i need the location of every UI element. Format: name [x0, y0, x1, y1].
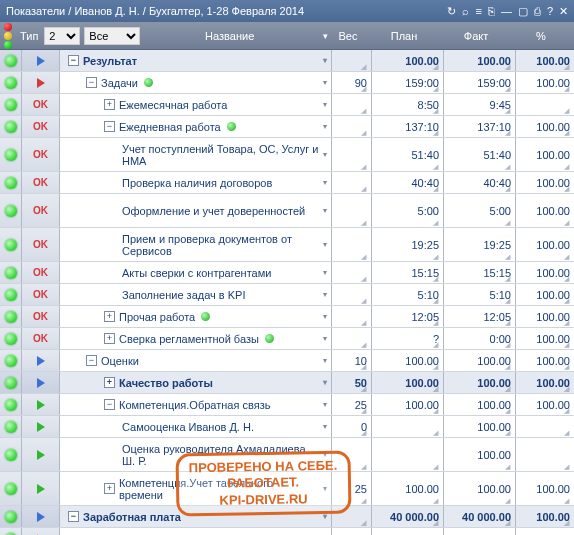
expand-icon[interactable]: + [104, 311, 115, 322]
task-indicator-icon [265, 334, 274, 343]
row-menu-caret-icon[interactable]: ▾ [319, 56, 327, 65]
export-icon[interactable]: ⎘ [488, 5, 495, 18]
table-row[interactable]: OKОформление и учет доверенностей▾◢5:00◢… [0, 194, 574, 228]
status-dot [5, 289, 17, 301]
table-row[interactable]: +Качество работы▾50◢100.00◢100.00◢100.00… [0, 372, 574, 394]
expand-icon[interactable]: + [104, 99, 115, 110]
row-menu-caret-icon[interactable]: ▾ [319, 150, 327, 159]
fact-header[interactable]: Факт [440, 30, 512, 42]
status-dot [5, 399, 17, 411]
ok-badge: OK [33, 267, 48, 278]
row-menu-caret-icon[interactable]: ▾ [319, 400, 327, 409]
fact-value: 5:00 [490, 205, 511, 217]
row-name: Ежедневная работа [119, 121, 221, 133]
fact-value: 51:40 [483, 149, 511, 161]
light-red [4, 23, 12, 31]
ok-badge: OK [33, 177, 48, 188]
table-row[interactable]: OKЗаполнение задач в KPI▾◢5:10◢5:10◢100.… [0, 284, 574, 306]
pct-header[interactable]: % [512, 30, 570, 42]
status-dot [5, 511, 17, 523]
table-row[interactable]: OK+Прочая работа▾◢12:05◢12:05◢100.00◢ [0, 306, 574, 328]
row-menu-caret-icon[interactable]: ▾ [319, 122, 327, 131]
expand-icon[interactable]: + [104, 333, 115, 344]
table-row[interactable]: OKПроверка наличия договоров▾◢40:40◢40:4… [0, 172, 574, 194]
row-menu-caret-icon[interactable]: ▾ [319, 100, 327, 109]
minimize-icon[interactable]: — [501, 5, 512, 18]
maximize-icon[interactable]: ▢ [518, 5, 528, 18]
status-dot [5, 77, 17, 89]
plan-value: 5:00 [418, 205, 439, 217]
collapse-icon[interactable]: − [104, 121, 115, 132]
toolbar: Тип 2 Все Название ▾ Вес План Факт % [0, 22, 574, 50]
row-menu-caret-icon[interactable]: ▾ [319, 206, 327, 215]
row-name: Оформление и учет доверенностей [122, 205, 305, 217]
row-menu-caret-icon[interactable]: ▾ [319, 78, 327, 87]
table-row[interactable]: −Задачи▾90◢159:00◢159:00◢100.00◢ [0, 72, 574, 94]
table-row[interactable]: −Оценки▾10◢100.00◢100.00◢100.00◢ [0, 350, 574, 372]
row-menu-caret-icon[interactable]: ▾ [319, 378, 327, 387]
table-row[interactable]: OK+Ежемесячная работа▾◢8:50◢9:45◢◢ [0, 94, 574, 116]
expand-icon[interactable]: + [104, 483, 115, 494]
row-menu-caret-icon[interactable]: ▾ [319, 240, 327, 249]
collapse-icon[interactable]: − [68, 55, 79, 66]
table-row[interactable]: −Результат▾◢100.00◢100.00◢100.00◢ [0, 50, 574, 72]
search-icon[interactable]: ⌕ [462, 5, 469, 18]
row-name: Оценка руководителя Ахмадалиева Ш. Р. [122, 443, 319, 467]
row-menu-caret-icon[interactable]: ▾ [319, 312, 327, 321]
collapse-icon[interactable]: − [86, 77, 97, 88]
pct-value: 100.00 [536, 149, 570, 161]
expand-icon[interactable]: + [104, 377, 115, 388]
row-menu-caret-icon[interactable]: ▾ [319, 178, 327, 187]
filter-select[interactable]: Все [84, 27, 140, 45]
type-label: Тип [20, 30, 38, 42]
status-dot [5, 205, 17, 217]
ves-header[interactable]: Вес [328, 30, 368, 42]
list-icon[interactable]: ≡ [475, 5, 481, 18]
table-row[interactable]: OKУчет поступлений Товара, ОС, Услуг и Н… [0, 138, 574, 172]
row-name: Акты сверки с контрагентами [122, 267, 271, 279]
row-name: Результат [83, 55, 137, 67]
row-menu-caret-icon[interactable]: ▾ [319, 484, 327, 493]
plan-header[interactable]: План [368, 30, 440, 42]
window-titlebar: Показатели / Иванов Д. Н. / Бухгалтер, 1… [0, 0, 574, 22]
row-name: Сверка регламентной базы [119, 333, 259, 345]
table-row[interactable]: OK+Сверка регламентной базы▾◢?◢0:00◢100.… [0, 328, 574, 350]
pct-value: 100.00 [536, 205, 570, 217]
table-row[interactable]: OKПрием и проверка документов от Сервисо… [0, 228, 574, 262]
help-icon[interactable]: ? [547, 5, 553, 18]
row-menu-caret-icon[interactable]: ▾ [319, 450, 327, 459]
print-icon[interactable]: ⎙ [534, 5, 541, 18]
plan-value: 40 000.00 [390, 511, 439, 523]
ok-badge: OK [33, 99, 48, 110]
row-name: Учет поступлений Товара, ОС, Услуг и НМА [122, 143, 319, 167]
table-row[interactable]: −Заработная плата▾◢40 000.00◢40 000.00◢1… [0, 506, 574, 528]
type-triangle-icon [37, 484, 45, 494]
row-menu-caret-icon[interactable]: ▾ [319, 356, 327, 365]
row-menu-caret-icon[interactable]: ▾ [319, 268, 327, 277]
table-row[interactable]: +Компетенция.Учет табельного времени▾25◢… [0, 472, 574, 506]
table-row[interactable]: −Компетенция.Обратная связь▾25◢100.00◢10… [0, 394, 574, 416]
collapse-icon[interactable]: − [86, 355, 97, 366]
close-icon[interactable]: ✕ [559, 5, 568, 18]
row-name: Прочая работа [119, 311, 195, 323]
row-menu-caret-icon[interactable]: ▾ [319, 334, 327, 343]
row-menu-caret-icon[interactable]: ▾ [319, 512, 327, 521]
table-row[interactable]: OK−Ежедневная работа▾◢137:10◢137:10◢100.… [0, 116, 574, 138]
refresh-icon[interactable]: ↻ [447, 5, 456, 18]
level-select[interactable]: 2 [44, 27, 80, 45]
status-dot [5, 239, 17, 251]
collapse-icon[interactable]: − [68, 511, 79, 522]
row-name: Заполнение задач в KPI [122, 289, 245, 301]
table-row[interactable]: Оклад▾0◢40 000.00◢40 000.00◢100.00◢ [0, 528, 574, 535]
row-menu-caret-icon[interactable]: ▾ [319, 422, 327, 431]
table-row[interactable]: Оценка руководителя Ахмадалиева Ш. Р.▾◢◢… [0, 438, 574, 472]
row-menu-caret-icon[interactable]: ▾ [319, 290, 327, 299]
task-indicator-icon [227, 122, 236, 131]
ok-badge: OK [33, 149, 48, 160]
table-row[interactable]: OKАкты сверки с контрагентами▾◢15:15◢15:… [0, 262, 574, 284]
plan-value: 19:25 [411, 239, 439, 251]
status-dot [5, 149, 17, 161]
name-column-header[interactable]: Название [205, 30, 254, 42]
collapse-icon[interactable]: − [104, 399, 115, 410]
table-row[interactable]: Самооценка Иванов Д. Н.▾0◢◢100.00◢◢ [0, 416, 574, 438]
